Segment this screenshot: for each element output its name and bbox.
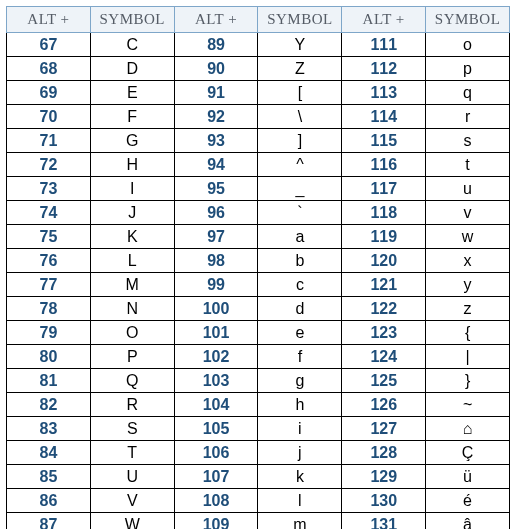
symbol-cell: r [426,105,510,129]
table-row: 85U107k129ü [7,465,510,489]
alt-code-cell: 124 [342,345,426,369]
alt-code-cell: 98 [174,249,258,273]
table-row: 72H94^116t [7,153,510,177]
symbol-cell: a [258,225,342,249]
alt-code-cell: 109 [174,513,258,530]
alt-code-cell: 84 [7,441,91,465]
symbol-cell: { [426,321,510,345]
alt-code-cell: 131 [342,513,426,530]
alt-code-cell: 101 [174,321,258,345]
header-alt-3: ALT + [342,7,426,33]
alt-code-cell: 89 [174,33,258,57]
symbol-cell: I [90,177,174,201]
symbol-cell: Q [90,369,174,393]
symbol-cell: E [90,81,174,105]
alt-code-cell: 91 [174,81,258,105]
symbol-cell: c [258,273,342,297]
alt-code-cell: 71 [7,129,91,153]
header-alt-2: ALT + [174,7,258,33]
alt-code-cell: 100 [174,297,258,321]
symbol-cell: K [90,225,174,249]
symbol-cell: P [90,345,174,369]
alt-code-cell: 69 [7,81,91,105]
symbol-cell: J [90,201,174,225]
alt-code-cell: 103 [174,369,258,393]
alt-code-cell: 95 [174,177,258,201]
symbol-cell: x [426,249,510,273]
header-row: ALT + SYMBOL ALT + SYMBOL ALT + SYMBOL [7,7,510,33]
alt-code-cell: 114 [342,105,426,129]
symbol-cell: U [90,465,174,489]
symbol-cell: t [426,153,510,177]
alt-code-cell: 111 [342,33,426,57]
alt-code-cell: 121 [342,273,426,297]
symbol-cell: G [90,129,174,153]
alt-code-cell: 68 [7,57,91,81]
symbol-cell: ` [258,201,342,225]
symbol-cell: â [426,513,510,530]
alt-code-cell: 99 [174,273,258,297]
table-row: 70F92\114r [7,105,510,129]
symbol-cell: ⌂ [426,417,510,441]
symbol-cell: y [426,273,510,297]
symbol-cell: C [90,33,174,57]
symbol-cell: f [258,345,342,369]
alt-code-table: ALT + SYMBOL ALT + SYMBOL ALT + SYMBOL 6… [6,6,510,529]
header-alt-1: ALT + [7,7,91,33]
alt-code-cell: 120 [342,249,426,273]
symbol-cell: Ç [426,441,510,465]
alt-code-cell: 107 [174,465,258,489]
table-row: 83S105i127⌂ [7,417,510,441]
alt-code-cell: 70 [7,105,91,129]
symbol-cell: u [426,177,510,201]
alt-code-cell: 129 [342,465,426,489]
alt-code-cell: 123 [342,321,426,345]
symbol-cell: H [90,153,174,177]
symbol-cell: é [426,489,510,513]
table-row: 68D90Z112p [7,57,510,81]
symbol-cell: ] [258,129,342,153]
symbol-cell: p [426,57,510,81]
table-row: 78N100d122z [7,297,510,321]
alt-code-cell: 75 [7,225,91,249]
symbol-cell: g [258,369,342,393]
table-row: 87W109m131â [7,513,510,530]
alt-code-cell: 106 [174,441,258,465]
alt-code-cell: 86 [7,489,91,513]
alt-code-cell: 80 [7,345,91,369]
table-row: 69E91[113q [7,81,510,105]
symbol-cell: i [258,417,342,441]
alt-code-cell: 67 [7,33,91,57]
table-row: 79O101e123{ [7,321,510,345]
alt-code-cell: 94 [174,153,258,177]
symbol-cell: w [426,225,510,249]
symbol-cell: } [426,369,510,393]
symbol-cell: T [90,441,174,465]
header-symbol-2: SYMBOL [258,7,342,33]
alt-code-cell: 113 [342,81,426,105]
alt-code-cell: 90 [174,57,258,81]
symbol-cell: R [90,393,174,417]
symbol-cell: [ [258,81,342,105]
symbol-cell: l [258,489,342,513]
alt-code-cell: 97 [174,225,258,249]
symbol-cell: v [426,201,510,225]
symbol-cell: j [258,441,342,465]
table-row: 77M99c121y [7,273,510,297]
symbol-cell: o [426,33,510,57]
symbol-cell: _ [258,177,342,201]
symbol-cell: ü [426,465,510,489]
symbol-cell: h [258,393,342,417]
alt-code-cell: 87 [7,513,91,530]
symbol-cell: W [90,513,174,530]
alt-code-cell: 78 [7,297,91,321]
symbol-cell: ^ [258,153,342,177]
alt-code-cell: 112 [342,57,426,81]
symbol-cell: ~ [426,393,510,417]
symbol-cell: s [426,129,510,153]
alt-code-cell: 130 [342,489,426,513]
alt-code-cell: 108 [174,489,258,513]
table-row: 86V108l130é [7,489,510,513]
alt-code-cell: 115 [342,129,426,153]
symbol-cell: S [90,417,174,441]
